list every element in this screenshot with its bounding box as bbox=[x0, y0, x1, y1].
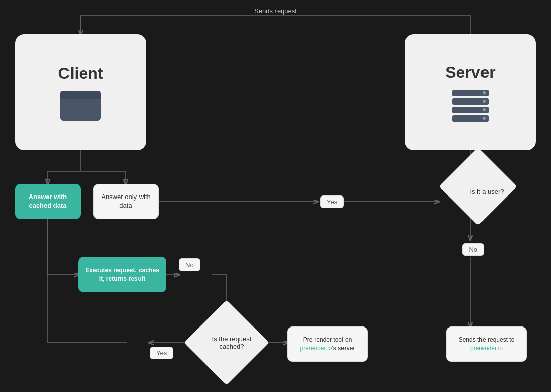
answer-data-text: Answer only with data bbox=[98, 193, 154, 210]
executes-box: Executes request, caches it, returns res… bbox=[78, 257, 166, 292]
yes-label-2: Yes bbox=[150, 347, 173, 359]
server-label: Server bbox=[445, 63, 496, 82]
client-label: Client bbox=[58, 64, 103, 83]
diamond-cached bbox=[184, 300, 269, 385]
prerender-tool-text: Pre-render tool on prerender.io's server bbox=[292, 336, 363, 353]
diagram-container: Sends request bbox=[0, 0, 551, 392]
prerender-io-link-1[interactable]: prerender.io bbox=[300, 345, 332, 352]
answer-data-box: Answer only with data bbox=[93, 184, 159, 219]
cached-data-box: Answer with cached data bbox=[15, 184, 81, 219]
browser-icon bbox=[60, 91, 101, 121]
sends-prerender-box: Sends the request to prerender.io bbox=[446, 326, 527, 362]
sends-request-label: Sends request bbox=[254, 7, 297, 15]
server-box: Server bbox=[405, 34, 536, 150]
yes-label-1: Yes bbox=[320, 195, 344, 208]
diamond-user bbox=[439, 147, 517, 226]
prerender-tool-box: Pre-render tool on prerender.io's server bbox=[287, 326, 368, 362]
no-label-1: No bbox=[179, 258, 200, 271]
executes-text: Executes request, caches it, returns res… bbox=[83, 266, 161, 283]
server-icon bbox=[452, 90, 489, 122]
client-box: Client bbox=[15, 34, 146, 150]
cached-data-text: Answer with cached data bbox=[19, 193, 77, 210]
no-label-2: No bbox=[462, 243, 484, 256]
sends-prerender-text: Sends the request to prerender.io bbox=[451, 336, 522, 353]
prerender-io-link-2[interactable]: prerender.io bbox=[470, 345, 503, 352]
